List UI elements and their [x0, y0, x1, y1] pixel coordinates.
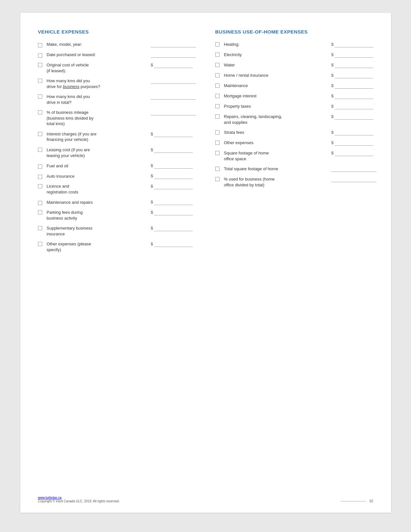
label-percent-business-home: % used for business (homeoffice divided … — [222, 176, 329, 188]
label-kms-business: How many kms did youdrive for business p… — [45, 78, 148, 89]
row-fuel-oil: Fuel and oil $ — [38, 163, 196, 169]
row-square-footage-office: Square footage of homeoffice space $ — [215, 150, 373, 162]
field-parking-fees[interactable] — [154, 210, 193, 215]
dollar-fuel-oil: $ — [151, 163, 153, 168]
row-home-rental-insurance: Home / rental insurance $ — [215, 73, 373, 78]
field-licence-registration[interactable] — [154, 183, 193, 189]
checkbox-electricity[interactable] — [215, 53, 220, 57]
checkbox-square-footage-office[interactable] — [215, 151, 220, 155]
label-maintenance-repairs: Maintenance and repairs — [45, 200, 148, 205]
label-original-cost: Original cost of vehicle(if leased): — [45, 62, 148, 74]
field-other-expenses-vehicle[interactable] — [154, 241, 193, 247]
checkbox-percent-business-home[interactable] — [215, 177, 220, 181]
field-leasing-cost[interactable] — [154, 147, 193, 153]
checkbox-other-expenses-vehicle[interactable] — [38, 242, 42, 246]
label-electricity: Electricity — [222, 52, 329, 58]
field-square-footage-office[interactable] — [335, 150, 373, 156]
field-total-square-footage[interactable] — [331, 166, 377, 172]
checkbox-auto-insurance[interactable] — [38, 175, 42, 179]
row-maintenance-home: Maintenance $ — [215, 83, 373, 89]
checkbox-supplementary-insurance[interactable] — [38, 226, 42, 230]
footer-copyright: Copyright © Intuit Canada ULC, 2019. All… — [38, 499, 120, 503]
dollar-home-rental-insurance: $ — [331, 73, 334, 78]
checkbox-percent-business[interactable] — [38, 110, 42, 114]
checkbox-total-square-footage[interactable] — [215, 167, 220, 171]
field-water[interactable] — [335, 62, 373, 68]
row-make-model-year: Make, model, year: — [38, 42, 196, 47]
checkbox-maintenance-home[interactable] — [215, 84, 220, 88]
field-property-taxes[interactable] — [335, 103, 373, 109]
checkbox-interest-charges[interactable] — [38, 132, 42, 136]
row-property-taxes: Property taxes $ — [215, 103, 373, 109]
label-licence-registration: Licence andregistration costs — [45, 183, 148, 195]
checkbox-heating[interactable] — [215, 42, 220, 46]
checkbox-original-cost[interactable] — [38, 63, 42, 67]
row-percent-business: % of business mileage(business kms divid… — [38, 110, 196, 127]
label-make-model-year: Make, model, year: — [45, 42, 148, 47]
label-water: Water — [222, 62, 329, 68]
checkbox-leasing-cost[interactable] — [38, 148, 42, 152]
input-heating: $ — [331, 42, 373, 47]
dollar-maintenance-repairs: $ — [151, 200, 153, 204]
field-mortgage-interest[interactable] — [335, 93, 373, 99]
field-percent-business[interactable] — [151, 110, 196, 115]
checkbox-licence-registration[interactable] — [38, 184, 42, 188]
field-supplementary-insurance[interactable] — [154, 225, 193, 231]
checkbox-repairs-cleaning[interactable] — [215, 114, 220, 119]
checkbox-property-taxes[interactable] — [215, 104, 220, 108]
field-fuel-oil[interactable] — [154, 163, 193, 169]
input-kms-total — [151, 94, 196, 100]
field-heating[interactable] — [335, 42, 373, 47]
row-leasing-cost: Leasing cost (if you areleasing your veh… — [38, 147, 196, 158]
field-interest-charges[interactable] — [154, 131, 193, 137]
checkbox-strata-fees[interactable] — [215, 130, 220, 134]
label-square-footage-office: Square footage of homeoffice space — [222, 150, 329, 162]
input-property-taxes: $ — [331, 103, 373, 109]
dollar-property-taxes: $ — [331, 104, 334, 109]
field-other-expenses-home[interactable] — [335, 140, 373, 146]
footer-right: 02 — [340, 499, 373, 503]
field-kms-business[interactable] — [151, 78, 196, 84]
checkbox-other-expenses-home[interactable] — [215, 141, 220, 145]
field-make-model-year[interactable] — [151, 42, 196, 47]
input-percent-business — [151, 110, 196, 115]
field-maintenance-home[interactable] — [335, 83, 373, 89]
dollar-repairs-cleaning: $ — [331, 114, 334, 119]
checkbox-home-rental-insurance[interactable] — [215, 73, 220, 77]
input-date-purchased — [151, 52, 196, 58]
footer-divider-line — [340, 501, 366, 501]
label-date-purchased: Date purchased or leased: — [45, 52, 148, 58]
field-kms-total[interactable] — [151, 94, 196, 100]
field-date-purchased[interactable] — [151, 52, 196, 58]
checkbox-kms-total[interactable] — [38, 94, 42, 99]
checkbox-maintenance-repairs[interactable] — [38, 201, 42, 205]
footer-website[interactable]: www.turbotax.ca — [38, 496, 62, 499]
checkbox-kms-business[interactable] — [38, 79, 42, 83]
checkbox-make-model-year[interactable] — [38, 43, 42, 47]
field-maintenance-repairs[interactable] — [154, 199, 193, 205]
label-other-expenses-home: Other expenses — [222, 140, 329, 146]
checkbox-date-purchased[interactable] — [38, 54, 42, 58]
checkbox-fuel-oil[interactable] — [38, 164, 42, 169]
checkbox-mortgage-interest[interactable] — [215, 94, 220, 98]
field-electricity[interactable] — [335, 52, 373, 58]
field-original-cost[interactable] — [154, 62, 193, 68]
row-kms-business: How many kms did youdrive for business p… — [38, 78, 196, 89]
input-supplementary-insurance: $ — [151, 225, 196, 231]
input-electricity: $ — [331, 52, 373, 58]
row-other-expenses-home: Other expenses $ — [215, 140, 373, 146]
footer: www.turbotax.ca Copyright © Intuit Canad… — [38, 496, 373, 503]
field-repairs-cleaning[interactable] — [335, 114, 373, 120]
input-home-rental-insurance: $ — [331, 73, 373, 78]
checkbox-parking-fees[interactable] — [38, 210, 42, 214]
dollar-original-cost: $ — [151, 63, 153, 67]
field-home-rental-insurance[interactable] — [335, 73, 373, 78]
field-strata-fees[interactable] — [335, 130, 373, 135]
label-maintenance-home: Maintenance — [222, 83, 329, 89]
field-auto-insurance[interactable] — [154, 173, 193, 179]
checkbox-water[interactable] — [215, 63, 220, 67]
row-total-square-footage: Total square footage of home — [215, 166, 373, 172]
row-electricity: Electricity $ — [215, 52, 373, 58]
field-percent-business-home[interactable] — [331, 176, 377, 182]
footer-left: www.turbotax.ca Copyright © Intuit Canad… — [38, 496, 120, 503]
